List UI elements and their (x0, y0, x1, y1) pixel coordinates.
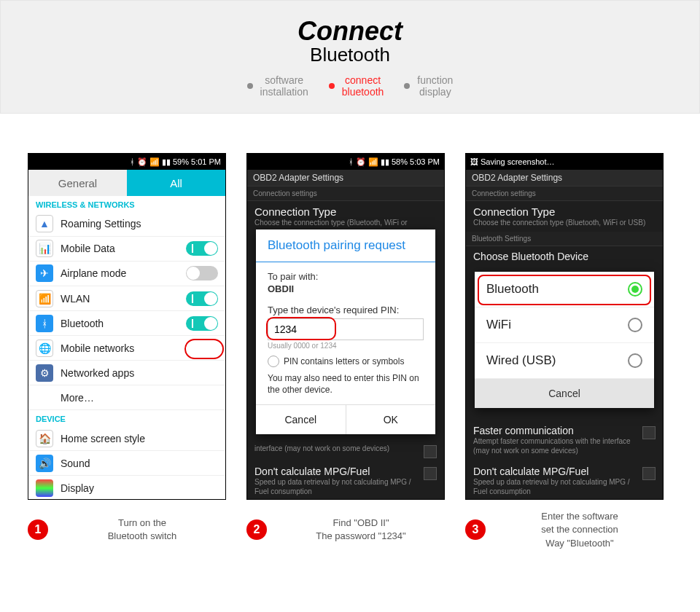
connection-type-block: Connection Type Choose the connection ty… (247, 201, 444, 232)
status-bar: ᚼ ⏰ 📶 ▮▮ 59% 5:01 PM (28, 154, 225, 170)
bg-faster-comm: Faster communication Attempt faster comm… (466, 420, 663, 460)
airplane-icon: ✈ (36, 264, 53, 282)
alarm-icon: ⏰ (137, 157, 147, 167)
mobile-data-icon: 📊 (36, 240, 53, 257)
caption-2: 2 Find "OBD II" The password "1234" (246, 510, 445, 550)
row-bluetooth[interactable]: ᚼBluetooth (28, 311, 225, 336)
cancel-button[interactable]: Cancel (475, 379, 654, 408)
display-icon (36, 479, 53, 497)
screenshot-3: 🖼 Saving screenshot… OBD2 Adapter Settin… (465, 153, 664, 500)
caption-1: 1 Turn on the Bluetooth switch (28, 510, 226, 550)
pair-device: OBDII (268, 283, 424, 294)
bluetooth-icon: ᚼ (130, 157, 135, 166)
radio-icon[interactable] (628, 318, 642, 332)
row-networked-apps[interactable]: ⚙Networked apps (28, 361, 225, 385)
row-more[interactable]: More… (28, 385, 225, 410)
screenshot-2: ᚼ ⏰ 📶 ▮▮ 58% 5:03 PM OBD2 Adapter Settin… (246, 153, 445, 500)
hero-title: Connect (1, 18, 699, 44)
checkbox-icon (424, 467, 437, 480)
step-badge: 2 (246, 519, 267, 540)
screenshot-1: ᚼ ⏰ 📶 ▮▮ 59% 5:01 PM General All WIRELES… (28, 153, 226, 500)
app-subheader: Connection settings (466, 187, 663, 201)
caption-3: 3 Enter the software set the connection … (465, 510, 664, 550)
connection-type-block: Connection Type Choose the connection ty… (466, 201, 663, 232)
status-bar: 🖼 Saving screenshot… (466, 154, 663, 170)
app-subheader: Connection settings (247, 187, 444, 201)
status-text: Saving screenshot… (481, 157, 555, 166)
row-mobile-data[interactable]: 📊Mobile Data (28, 237, 225, 262)
signal-icon: ▮▮ (162, 157, 171, 167)
pair-with-label: To pair with: (268, 271, 424, 282)
status-text: 59% 5:01 PM (173, 157, 221, 166)
hero: Connect Bluetooth softwareinstallation c… (0, 0, 700, 114)
alarm-icon: ⏰ (356, 157, 366, 167)
section-device: DEVICE (28, 410, 225, 426)
row-wlan[interactable]: 📶WLAN (28, 286, 225, 311)
tab-all[interactable]: All (127, 170, 225, 196)
bluetooth-icon: ᚼ (349, 157, 354, 166)
dot-icon (247, 83, 253, 89)
option-wired[interactable]: Wired (USB) (475, 343, 654, 379)
bt-settings-header: Bluetooth Settings (466, 232, 663, 246)
toggle-bluetooth[interactable] (186, 316, 218, 331)
wlan-icon: 📶 (36, 290, 53, 307)
row-display[interactable]: Display (28, 476, 225, 500)
breadcrumb-connect: connectbluetooth (329, 74, 384, 99)
toggle-mobile-data[interactable] (186, 241, 218, 256)
choose-device-block: Choose Bluetooth Device (466, 246, 663, 267)
screenshot-gallery: ᚼ ⏰ 📶 ▮▮ 59% 5:01 PM General All WIRELES… (0, 114, 700, 500)
mobile-networks-icon: 🌐 (36, 340, 53, 357)
pin-letters-row[interactable]: PIN contains letters or symbols (268, 356, 424, 367)
row-sound[interactable]: 🔊Sound (28, 451, 225, 476)
captions: 1 Turn on the Bluetooth switch 2 Find "O… (0, 500, 700, 572)
pin-input[interactable] (268, 318, 424, 340)
app-header: OBD2 Adapter Settings (247, 170, 444, 187)
dialog-title: Bluetooth pairing request (256, 230, 435, 262)
step-badge: 3 (465, 519, 486, 540)
tabs: General All (28, 170, 225, 196)
dot-icon (329, 83, 335, 89)
option-wifi[interactable]: WiFi (475, 307, 654, 343)
sound-icon: 🔊 (36, 455, 53, 472)
ok-button[interactable]: OK (346, 405, 436, 434)
home-icon: 🏠 (36, 430, 53, 447)
pairing-dialog: Bluetooth pairing request To pair with: … (256, 230, 435, 434)
section-wireless: WIRELESS & NETWORKS (28, 196, 225, 212)
pin-note: You may also need to enter this PIN on t… (268, 373, 424, 396)
checkbox-icon (642, 467, 656, 480)
cancel-button[interactable]: Cancel (256, 405, 346, 434)
radio-icon[interactable] (628, 282, 642, 297)
radio-icon[interactable] (628, 353, 642, 368)
step-badge: 1 (28, 519, 48, 540)
app-header: OBD2 Adapter Settings (466, 170, 663, 187)
bg-faster-comm: interface (may not work on some devices) (247, 439, 444, 463)
row-airplane[interactable]: ✈Airplane mode (28, 262, 225, 286)
connection-type-dialog: Bluetooth WiFi Wired (USB) Cancel (475, 272, 654, 408)
checkbox-icon (424, 445, 437, 458)
breadcrumb: softwareinstallation connectbluetooth fu… (1, 74, 699, 99)
breadcrumb-software: softwareinstallation (247, 74, 308, 99)
checkbox-icon (642, 426, 656, 439)
dot-icon (404, 83, 410, 89)
bg-mpg-block: Don't calculate MPG/Fuel Speed up data r… (247, 461, 444, 500)
toggle-wlan[interactable] (186, 291, 218, 306)
pin-prompt: Type the device's required PIN: (268, 305, 424, 315)
pin-hint: Usually 0000 or 1234 (268, 342, 424, 350)
status-bar: ᚼ ⏰ 📶 ▮▮ 58% 5:03 PM (247, 154, 444, 170)
toggle-airplane[interactable] (186, 266, 218, 280)
row-mobile-networks[interactable]: 🌐Mobile networks (28, 336, 225, 361)
checkbox-icon[interactable] (268, 356, 279, 367)
networked-apps-icon: ⚙ (36, 364, 53, 382)
bg-mpg-block: Don't calculate MPG/Fuel Speed up data r… (466, 461, 663, 500)
breadcrumb-function: functiondisplay (404, 74, 453, 99)
row-home-screen[interactable]: 🏠Home screen style (28, 426, 225, 451)
row-roaming[interactable]: ▲Roaming Settings (28, 212, 225, 237)
wifi-icon: 📶 (149, 157, 160, 167)
option-bluetooth[interactable]: Bluetooth (475, 272, 654, 307)
bluetooth-icon: ᚼ (36, 315, 53, 332)
wifi-icon: 📶 (368, 157, 378, 167)
roaming-icon: ▲ (36, 215, 53, 232)
image-icon: 🖼 (470, 157, 478, 166)
tab-general[interactable]: General (28, 170, 127, 196)
hero-subtitle: Bluetooth (1, 44, 699, 66)
